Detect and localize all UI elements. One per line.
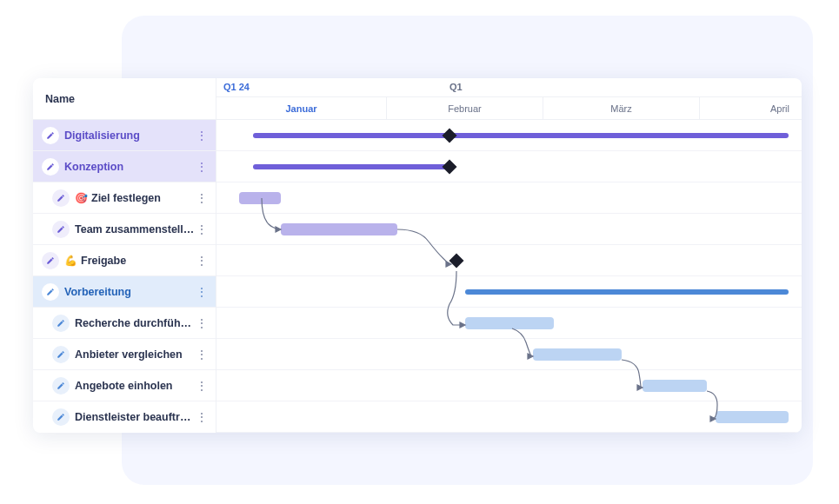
timeline-body	[216, 120, 802, 433]
timeline-row-ziel	[216, 182, 802, 214]
kebab-icon[interactable]: ⋮	[195, 189, 209, 207]
task-label: Konzeption	[64, 161, 195, 173]
edit-icon[interactable]	[52, 221, 70, 238]
timeline-row-freigabe	[216, 245, 802, 276]
summary-bar[interactable]	[253, 164, 449, 169]
task-label: Dienstleister beauftragen	[75, 411, 195, 423]
kebab-icon[interactable]: ⋮	[195, 377, 209, 395]
task-bar[interactable]	[643, 380, 707, 392]
timeline: Q1 24 Q1 JanuarFebruarMärzApril	[216, 78, 802, 433]
task-label: Freigabe	[81, 255, 195, 267]
task-row-team[interactable]: Team zusammenstellen⋮	[33, 214, 216, 245]
milestone-icon[interactable]	[449, 254, 464, 269]
timeline-row-anbieter	[216, 339, 802, 370]
task-bar[interactable]	[239, 192, 281, 204]
months-row: JanuarFebruarMärzApril	[216, 97, 802, 120]
kebab-icon[interactable]: ⋮	[195, 158, 209, 176]
edit-icon[interactable]	[52, 408, 70, 426]
kebab-icon[interactable]: ⋮	[195, 283, 209, 301]
gantt-panel: Name Digitalisierung⋮Konzeption⋮🎯Ziel fe…	[33, 78, 802, 433]
kebab-icon[interactable]: ⋮	[195, 408, 209, 426]
timeline-row-vorbereitung	[216, 276, 802, 308]
summary-bar[interactable]	[253, 133, 789, 138]
task-label: Team zusammenstellen	[75, 223, 195, 235]
timeline-header: Q1 24 Q1 JanuarFebruarMärzApril	[216, 78, 802, 120]
edit-icon[interactable]	[52, 315, 70, 332]
task-sidebar: Name Digitalisierung⋮Konzeption⋮🎯Ziel fe…	[33, 78, 216, 433]
task-label: Anbieter vergleichen	[75, 348, 195, 361]
milestone-icon[interactable]	[443, 160, 457, 175]
task-row-vorbereitung[interactable]: Vorbereitung⋮	[33, 276, 216, 308]
task-label: Digitalisierung	[64, 129, 195, 142]
month-label: April	[770, 103, 789, 114]
task-row-dienstleister[interactable]: Dienstleister beauftragen⋮	[33, 401, 216, 433]
task-bar[interactable]	[716, 411, 789, 423]
edit-icon[interactable]	[42, 252, 59, 269]
task-label: Vorbereitung	[64, 286, 195, 298]
timeline-row-team	[216, 214, 802, 245]
edit-icon[interactable]	[52, 189, 70, 207]
task-emoji: 🎯	[75, 192, 88, 204]
task-row-digitalisierung[interactable]: Digitalisierung⋮	[33, 120, 216, 151]
task-label: Ziel festlegen	[91, 192, 195, 204]
timeline-row-dienstleister	[216, 401, 802, 433]
kebab-icon[interactable]: ⋮	[195, 252, 209, 269]
edit-icon[interactable]	[42, 158, 59, 176]
task-row-konzeption[interactable]: Konzeption⋮	[33, 151, 216, 182]
month-label: März	[610, 103, 631, 114]
month-label: Februar	[448, 103, 482, 114]
task-row-ziel[interactable]: 🎯Ziel festlegen⋮	[33, 182, 216, 214]
quarter-row: Q1 24 Q1	[216, 78, 802, 97]
task-row-angebote[interactable]: Angebote einholen⋮	[33, 370, 216, 401]
month-märz[interactable]: März	[543, 97, 700, 120]
timeline-row-angebote	[216, 370, 802, 401]
kebab-icon[interactable]: ⋮	[195, 346, 209, 363]
month-januar[interactable]: Januar	[216, 97, 387, 120]
task-bar[interactable]	[465, 317, 554, 329]
task-row-recherche[interactable]: Recherche durchführen⋮	[33, 308, 216, 339]
summary-bar[interactable]	[465, 289, 789, 295]
timeline-row-konzeption	[216, 151, 802, 182]
task-label: Recherche durchführen	[75, 317, 195, 329]
edit-icon[interactable]	[42, 127, 59, 144]
timeline-row-recherche	[216, 308, 802, 339]
milestone-icon[interactable]	[443, 129, 457, 143]
kebab-icon[interactable]: ⋮	[195, 315, 209, 332]
month-label: Januar	[285, 103, 316, 114]
name-column-label: Name	[45, 93, 75, 105]
quarter-label-right: Q1	[449, 82, 463, 92]
edit-icon[interactable]	[42, 283, 59, 301]
kebab-icon[interactable]: ⋮	[195, 127, 209, 144]
task-bar[interactable]	[533, 348, 622, 361]
quarter-label-left: Q1 24	[223, 82, 250, 92]
month-april[interactable]: April	[700, 97, 802, 120]
month-februar[interactable]: Februar	[387, 97, 543, 120]
task-row-anbieter[interactable]: Anbieter vergleichen⋮	[33, 339, 216, 370]
edit-icon[interactable]	[52, 377, 70, 395]
timeline-row-digitalisierung	[216, 120, 802, 151]
name-column-header: Name	[33, 78, 216, 120]
kebab-icon[interactable]: ⋮	[195, 221, 209, 238]
task-label: Angebote einholen	[75, 380, 195, 392]
edit-icon[interactable]	[52, 346, 70, 363]
task-bar[interactable]	[281, 223, 397, 235]
task-emoji: 💪	[64, 255, 77, 267]
task-row-freigabe[interactable]: 💪Freigabe⋮	[33, 245, 216, 276]
